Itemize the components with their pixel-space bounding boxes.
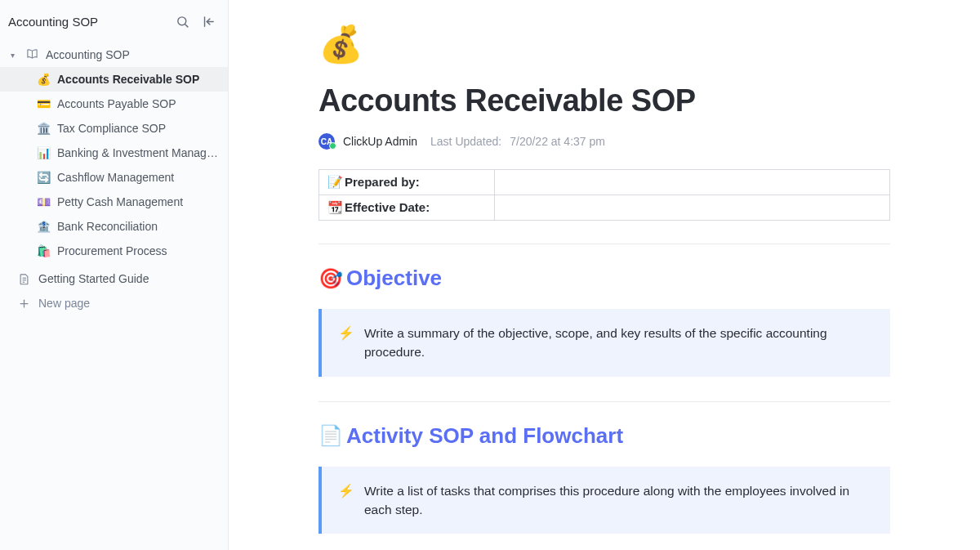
sidebar: Accounting SOP ▾ Accounting SOP 💰Account… [0,0,229,550]
caret-down-icon[interactable]: ▾ [7,51,18,60]
sidebar-item-label: Petty Cash Management [57,195,220,208]
divider [318,401,890,402]
page-title[interactable]: Accounts Receivable SOP [318,83,890,118]
search-icon[interactable] [172,11,192,31]
section-heading[interactable]: 📄Activity SOP and Flowchart [318,423,890,449]
sidebar-item-label: Banking & Investment Managem... [57,146,220,159]
item-emoji-icon: 💰 [36,73,51,86]
sidebar-item-petty-cash-management[interactable]: 💷Petty Cash Management [0,190,228,214]
new-page-button[interactable]: New page [0,291,228,315]
info-value-cell[interactable] [495,170,890,195]
svg-line-1 [185,24,187,26]
heading-text: Activity SOP and Flowchart [346,423,623,449]
page-hero-emoji[interactable]: 💰 [318,23,890,65]
sidebar-item-tax-compliance-sop[interactable]: 🏛️Tax Compliance SOP [0,116,228,141]
info-label-cell[interactable]: 📝Prepared by: [319,170,495,195]
tree-root-label: Accounting SOP [46,48,220,61]
item-emoji-icon: 🔄 [36,171,51,184]
lightning-icon: ⚡ [338,324,354,362]
section-heading[interactable]: 🎯Objective [318,266,890,291]
info-label-text: Effective Date: [345,200,430,214]
sidebar-item-label: Tax Compliance SOP [57,122,220,135]
getting-started-label: Getting Started Guide [38,272,149,285]
sidebar-item-label: Accounts Payable SOP [57,97,220,110]
callout[interactable]: ⚡Write a summary of the objective, scope… [318,309,890,377]
lightning-icon: ⚡ [338,481,354,520]
workspace-title: Accounting SOP [8,15,166,29]
last-updated-label: Last Updated: [430,135,501,148]
sidebar-item-cashflow-management[interactable]: 🔄Cashflow Management [0,165,228,190]
sidebar-item-label: Cashflow Management [57,171,220,184]
divider [318,244,890,244]
sidebar-item-label: Accounts Receivable SOP [57,73,220,86]
heading-emoji-icon: 📄 [318,424,343,447]
page-tree: ▾ Accounting SOP 💰Accounts Receivable SO… [0,42,228,266]
sidebar-header: Accounting SOP [0,0,228,42]
callout-text: Write a list of tasks that comprises thi… [364,481,874,520]
sidebar-item-accounts-receivable-sop[interactable]: 💰Accounts Receivable SOP [0,67,228,92]
item-emoji-icon: 🏦 [36,220,51,233]
last-updated-value: 7/20/22 at 4:37 pm [510,135,605,148]
table-row: 📆Effective Date: [319,195,890,221]
author-avatar[interactable]: CA [318,133,335,150]
new-page-label: New page [38,297,90,310]
author-name[interactable]: ClickUp Admin [343,135,417,148]
heading-emoji-icon: 🎯 [318,267,343,290]
cell-emoji-icon: 📝 [327,175,343,189]
plus-icon [18,297,30,310]
sidebar-item-procurement-process[interactable]: 🛍️Procurement Process [0,239,228,263]
sidebar-item-bank-reconciliation[interactable]: 🏦Bank Reconciliation [0,214,228,239]
item-emoji-icon: 💳 [36,97,51,110]
sidebar-item-banking-investment-managem[interactable]: 📊Banking & Investment Managem... [0,141,228,165]
callout[interactable]: ⚡Write a list of tasks that comprises th… [318,467,890,534]
sidebar-item-label: Procurement Process [57,244,220,257]
info-value-cell[interactable] [495,195,890,221]
table-row: 📝Prepared by: [319,170,890,195]
page-meta: CA ClickUp Admin Last Updated: 7/20/22 a… [318,133,890,150]
heading-text: Objective [346,266,442,291]
sidebar-item-getting-started[interactable]: Getting Started Guide [0,266,228,291]
item-emoji-icon: 🛍️ [36,244,51,257]
document-icon [18,273,30,285]
cell-emoji-icon: 📆 [327,200,343,214]
info-label-cell[interactable]: 📆Effective Date: [319,195,495,221]
sidebar-item-label: Bank Reconciliation [57,220,220,233]
item-emoji-icon: 📊 [36,146,51,159]
sidebar-item-accounts-payable-sop[interactable]: 💳Accounts Payable SOP [0,92,228,116]
item-emoji-icon: 🏛️ [36,122,51,135]
book-icon [24,47,39,62]
item-emoji-icon: 💷 [36,195,51,208]
callout-text: Write a summary of the objective, scope,… [364,324,874,362]
info-table[interactable]: 📝Prepared by:📆Effective Date: [318,169,890,221]
tree-root-accounting-sop[interactable]: ▾ Accounting SOP [0,42,228,67]
collapse-sidebar-icon[interactable] [198,11,218,31]
info-label-text: Prepared by: [345,175,420,189]
main-content: 💰 Accounts Receivable SOP CA ClickUp Adm… [229,0,980,550]
